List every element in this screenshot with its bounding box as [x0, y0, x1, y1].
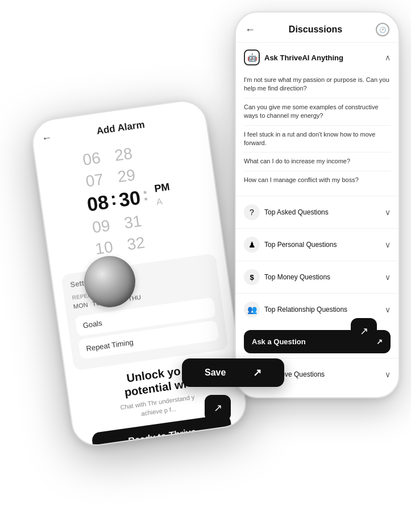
sphere-decoration [84, 256, 135, 307]
ask-question-arrow-icon: ↗ [376, 337, 383, 346]
hour-06: 06 [81, 149, 102, 170]
min-30: 30 [118, 186, 142, 212]
ask-question-label: Ask a Question [252, 337, 306, 346]
money-icon: $ [244, 269, 260, 285]
save-arrow-icon: ↗ [253, 366, 261, 379]
top-personal-questions-row[interactable]: ♟ Top Personal Questions ∨ [236, 228, 398, 261]
asked-icon: ? [244, 204, 260, 220]
time-picker[interactable]: 06 07 08 09 10 : 28 29 30 31 32 : PM A [44, 134, 214, 263]
hour-07: 07 [85, 170, 105, 191]
question-5[interactable]: How can I manage conflict with my boss? [244, 171, 391, 189]
top-personal-label: Top Personal Questions [264, 241, 337, 249]
min-29: 29 [117, 165, 137, 187]
ask-header-left: 🤖 Ask ThriveAI Anything [244, 50, 343, 65]
back-arrow-discussions[interactable]: ← [245, 24, 255, 36]
relationship-chevron-icon: ∨ [385, 305, 391, 314]
notch-front [294, 13, 340, 24]
hour-10: 10 [94, 237, 114, 259]
asked-chevron-icon: ∨ [385, 208, 391, 217]
save-label: Save [205, 368, 226, 378]
hour-09: 09 [91, 216, 111, 238]
ask-title: Ask ThriveAI Anything [264, 53, 343, 62]
top-money-label: Top Money Questions [264, 273, 330, 281]
colon-2: : [141, 184, 150, 205]
top-asked-questions-row[interactable]: ? Top Asked Questions ∨ [236, 196, 398, 228]
min-31: 31 [123, 212, 143, 233]
question-2[interactable]: Can you give me some examples of constru… [244, 98, 391, 126]
back-arrow-alarm[interactable]: ← [41, 131, 53, 145]
personal-icon: ♟ [244, 237, 260, 253]
top-personal-left: ♟ Top Personal Questions [244, 237, 337, 253]
question-3[interactable]: I feel stuck in a rut and don't know how… [244, 126, 391, 153]
ampm-column: PM A [153, 181, 172, 207]
scene: ← Add Alarm 06 07 08 09 10 : 28 29 30 31 [0, 0, 411, 532]
top-asked-left: ? Top Asked Questions [244, 204, 329, 220]
save-button[interactable]: Save ↗ [182, 358, 284, 387]
question-1[interactable]: I'm not sure what my passion or purpose … [244, 71, 391, 98]
discussions-content[interactable]: 🤖 Ask ThriveAI Anything ∧ I'm not sure w… [236, 43, 398, 397]
top-relationship-label: Top Relationship Questions [264, 306, 347, 314]
thrive-icon: 🤖 [244, 50, 260, 65]
ask-thrive-section: 🤖 Ask ThriveAI Anything ∧ I'm not sure w… [236, 43, 398, 196]
privacy-text: By continue you are agree to our Privacy… [96, 444, 236, 449]
top-relationship-left: 👥 Top Relationship Questions [244, 302, 347, 317]
min-32: 32 [126, 233, 146, 254]
colon-1: : [109, 188, 118, 210]
top-money-left: $ Top Money Questions [244, 269, 330, 285]
discussions-title: Discussions [289, 24, 342, 35]
relationship-icon: 👥 [244, 302, 260, 317]
hour-08: 08 [86, 191, 110, 217]
ask-header: 🤖 Ask ThriveAI Anything ∧ [244, 50, 391, 65]
sphere-inner [84, 256, 135, 307]
float-arrow-button-1[interactable]: ↗ [351, 318, 377, 344]
top-asked-label: Top Asked Questions [264, 208, 329, 216]
chevron-up-icon[interactable]: ∧ [385, 53, 391, 62]
question-4[interactable]: What can I do to increase my income? [244, 152, 391, 171]
money-chevron-icon: ∨ [385, 273, 391, 282]
clock-icon[interactable]: 🕐 [376, 23, 389, 36]
float-arrow-button-2[interactable]: ↗ [205, 395, 231, 421]
love-chevron-icon: ∨ [385, 370, 391, 379]
personal-chevron-icon: ∨ [385, 240, 391, 249]
min-28: 28 [113, 144, 134, 166]
top-money-questions-row[interactable]: $ Top Money Questions ∨ [236, 261, 398, 293]
ampm-a: A [156, 195, 172, 208]
ampm-pm: PM [153, 181, 171, 195]
